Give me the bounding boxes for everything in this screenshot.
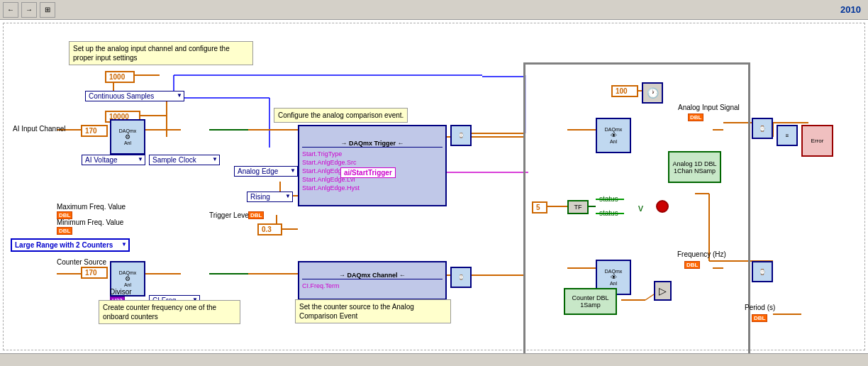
forward-button[interactable]: → xyxy=(21,2,37,18)
tooltip-create-counter: Create counter frequency one of the onbo… xyxy=(99,300,240,324)
label-counter-source: Counter Source xyxy=(57,258,106,266)
dbl-trigger-level: DBL xyxy=(248,211,264,219)
analog-edge-dropdown[interactable]: Analog Edge xyxy=(234,166,298,177)
analog-1d-dbl-node[interactable]: Analog 1D DBL 1Chan NSamp xyxy=(668,151,721,183)
analog-1d-label: Analog 1D DBL 1Chan NSamp xyxy=(672,160,716,174)
trigger-field-1: Start.TrigType xyxy=(302,150,342,158)
far-right-node-top[interactable]: ≡ xyxy=(777,125,798,146)
label-ai-start-trigger: ai/StartTrigger xyxy=(340,167,396,178)
tooltip-analog-comparison: Configure the analog comparison event. xyxy=(274,108,408,123)
daqmx-icon-after-trigger[interactable]: ⌚ xyxy=(450,125,472,146)
tf-block[interactable]: TF xyxy=(567,200,589,214)
daqmx-node-top[interactable]: DAQmx ⚙ Anl xyxy=(110,119,145,155)
counter-dbl-label: Counter DBL 1Samp xyxy=(572,294,608,309)
grid-button[interactable]: ⊞ xyxy=(40,2,55,18)
value-1000[interactable]: 1000 xyxy=(105,71,135,83)
stop-button[interactable] xyxy=(656,200,669,213)
ai-voltage-dropdown[interactable]: AI Voltage xyxy=(82,155,145,165)
value-03[interactable]: 0.3 xyxy=(257,223,282,235)
trigger-field-5: Start.AnlgEdge.Hyst xyxy=(302,184,360,192)
channel-field-1: CI.Freq.Term xyxy=(302,282,340,290)
daqmx-trigger-title: → DAQmx Trigger ← xyxy=(302,140,443,148)
label-max-freq: Maximum Freq. Value xyxy=(57,203,126,211)
trigger-field-2: Start.AnlgEdge.Src xyxy=(302,158,357,167)
rising-dropdown[interactable]: Rising xyxy=(247,192,293,202)
large-range-dropdown[interactable]: Large Range with 2 Counters xyxy=(11,238,130,252)
back-button[interactable]: ← xyxy=(3,2,18,18)
label-divisor: Divisor xyxy=(110,288,132,296)
daqmx-icon-top: DAQmx xyxy=(119,128,137,133)
divide-block[interactable]: ▷ xyxy=(654,281,672,301)
daqmx-channel-title: → DAQmx Channel ← xyxy=(302,272,443,279)
right-edge-node-bottom[interactable]: ⌚ xyxy=(752,261,773,282)
dbl-period: DBL xyxy=(752,314,767,322)
dbl-min-freq: DBL xyxy=(57,227,72,235)
sample-clock-dropdown[interactable]: Sample Clock xyxy=(149,155,220,165)
toolbar: ← → ⊞ 2010 xyxy=(0,0,868,20)
value-170-bottom[interactable]: 170 xyxy=(81,267,108,279)
label-status-2: status xyxy=(599,209,618,217)
clock-icon-node[interactable]: 🕐 xyxy=(642,82,663,104)
label-status-1: status xyxy=(599,195,618,203)
daqmx-trigger-node[interactable]: → DAQmx Trigger ← Start.TrigType Start.A… xyxy=(298,125,447,206)
tooltip-analog-input: Set up the analog input channel and conf… xyxy=(69,41,253,65)
label-trigger-level: Trigger Level xyxy=(209,211,250,219)
tooltip-counter-source: Set the counter source to the Analog Com… xyxy=(295,299,451,323)
main-canvas: Set up the analog input channel and conf… xyxy=(0,20,868,353)
value-5[interactable]: 5 xyxy=(532,201,547,214)
error-node[interactable]: Error xyxy=(801,125,833,157)
dbl-analog-input-signal: DBL xyxy=(688,113,703,121)
label-frequency-hz: Frequency (Hz) xyxy=(677,250,726,258)
counter-dbl-node[interactable]: Counter DBL 1Samp xyxy=(564,288,617,315)
scrollbar-bottom[interactable] xyxy=(0,353,868,366)
label-analog-input-signal: Analog Input Signal xyxy=(678,104,740,111)
daqmx-channel-node[interactable]: → DAQmx Channel ← CI.Freq.Term xyxy=(298,261,447,300)
label-ai-input-channel: AI Input Channel xyxy=(13,125,66,133)
value-170-top[interactable]: 170 xyxy=(81,125,108,137)
daqmx-node-right-top[interactable]: DAQmx 👁 Anl xyxy=(596,118,631,153)
value-100[interactable]: 100 xyxy=(611,85,638,97)
year-label: 2010 xyxy=(840,4,861,15)
label-period-s: Period (s) xyxy=(745,304,775,311)
daqmx-icon-after-channel[interactable]: ⌚ xyxy=(450,267,472,288)
right-edge-node-top[interactable]: ⌚ xyxy=(752,118,773,139)
dbl-frequency: DBL xyxy=(684,261,700,269)
label-min-freq: Minimum Freq. Value xyxy=(57,218,123,226)
continuous-samples-dropdown[interactable]: Continuous Samples xyxy=(85,91,184,101)
label-v-indicator: v xyxy=(638,202,643,214)
